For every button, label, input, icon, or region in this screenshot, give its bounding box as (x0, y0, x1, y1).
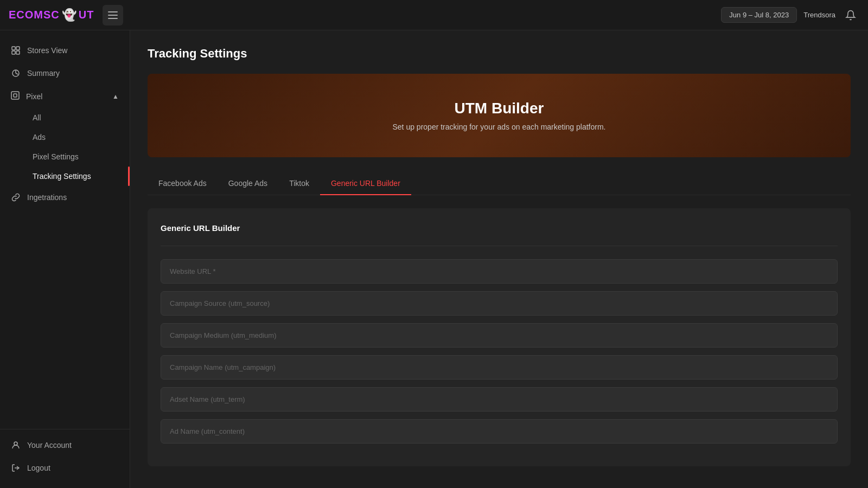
logo-ghost-icon: 👻 (62, 8, 76, 22)
active-indicator (128, 166, 130, 186)
form-section-title: Generic URL Builder (161, 223, 838, 233)
store-name: Trendsora (803, 11, 835, 19)
header-right: Jun 9 – Jul 8, 2023 Trendsora (721, 7, 859, 24)
sidebar-pixel-section: Pixel ▲ All Ads Pixel Settings Tracking … (0, 85, 130, 186)
header-left: ECOMSC👻UT (9, 5, 123, 25)
svg-rect-3 (12, 47, 15, 50)
svg-rect-4 (16, 47, 20, 50)
date-range: Jun 9 – Jul 8, 2023 (721, 7, 797, 23)
website-url-input[interactable] (161, 259, 838, 284)
tab-google-ads[interactable]: Google Ads (218, 172, 278, 195)
field-adset-name (161, 387, 838, 412)
form-divider (161, 246, 838, 246)
svg-rect-1 (108, 15, 118, 16)
sidebar-item-pixel[interactable]: Pixel ▲ (0, 85, 130, 108)
logo-text: ECOMSC (9, 9, 60, 21)
sidebar-item-logout[interactable]: Logout (0, 457, 130, 479)
chevron-up-icon: ▲ (112, 93, 119, 100)
sidebar-item-your-account[interactable]: Your Account (0, 434, 130, 457)
link-icon (11, 192, 21, 202)
svg-rect-6 (16, 51, 20, 54)
user-icon (11, 440, 21, 450)
tabs-bar: Facebook Ads Google Ads Tiktok Generic U… (148, 172, 851, 195)
tab-tiktok[interactable]: Tiktok (278, 172, 320, 195)
svg-rect-0 (108, 11, 118, 12)
svg-rect-5 (12, 51, 15, 54)
svg-rect-9 (14, 94, 17, 97)
logo-suffix: UT (79, 9, 94, 21)
tab-facebook-ads[interactable]: Facebook Ads (148, 172, 218, 195)
sidebar-label-your-account: Your Account (27, 441, 72, 450)
utm-banner-description: Set up proper tracking for your ads on e… (165, 123, 833, 131)
sidebar-bottom: Your Account Logout (0, 429, 130, 479)
sidebar-item-pixel-settings[interactable]: Pixel Settings (22, 147, 130, 166)
svg-rect-8 (11, 92, 19, 99)
bell-icon (845, 10, 856, 21)
sidebar-item-summary[interactable]: Summary (0, 62, 130, 85)
chart-icon (11, 68, 21, 78)
top-header: ECOMSC👻UT Jun 9 – Jul 8, 2023 Trendsora (0, 0, 868, 30)
sidebar-item-stores-view[interactable]: Stores View (0, 39, 130, 62)
sidebar-label-integrations: Ingetrations (27, 193, 67, 202)
grid-icon (11, 46, 21, 55)
sidebar-item-all[interactable]: All (22, 108, 130, 127)
field-ad-name (161, 419, 838, 444)
logout-icon (11, 463, 21, 473)
form-section: Generic URL Builder (148, 208, 851, 466)
sidebar-item-ads[interactable]: Ads (22, 127, 130, 147)
pixel-icon (11, 91, 20, 101)
utm-banner: UTM Builder Set up proper tracking for y… (148, 74, 851, 157)
sidebar-label-stores-view: Stores View (27, 46, 67, 55)
utm-banner-title: UTM Builder (165, 100, 833, 117)
campaign-name-input[interactable] (161, 355, 838, 380)
sidebar-item-tracking-settings[interactable]: Tracking Settings (22, 166, 130, 186)
field-campaign-name (161, 355, 838, 380)
campaign-medium-input[interactable] (161, 323, 838, 348)
pixel-sub-menu: All Ads Pixel Settings Tracking Settings (0, 108, 130, 186)
campaign-source-input[interactable] (161, 291, 838, 316)
menu-icon (108, 10, 118, 20)
svg-point-10 (14, 442, 17, 445)
main-layout: Stores View Summary Pixel ▲ (0, 30, 868, 488)
sidebar: Stores View Summary Pixel ▲ (0, 30, 130, 488)
sidebar-label-summary: Summary (27, 69, 60, 78)
field-campaign-medium (161, 323, 838, 348)
field-website-url (161, 259, 838, 284)
content-area: Tracking Settings UTM Builder Set up pro… (130, 30, 868, 488)
adset-name-input[interactable] (161, 387, 838, 412)
notification-button[interactable] (842, 7, 859, 24)
page-title: Tracking Settings (148, 47, 851, 61)
sidebar-label-pixel: Pixel (26, 92, 42, 101)
field-campaign-source (161, 291, 838, 316)
sidebar-label-logout: Logout (27, 464, 50, 472)
menu-button[interactable] (103, 5, 123, 25)
tab-generic-url-builder[interactable]: Generic URL Builder (320, 172, 411, 195)
sidebar-item-integrations[interactable]: Ingetrations (0, 186, 130, 209)
svg-rect-2 (108, 18, 118, 19)
ad-name-input[interactable] (161, 419, 838, 444)
logo: ECOMSC👻UT (9, 8, 94, 22)
